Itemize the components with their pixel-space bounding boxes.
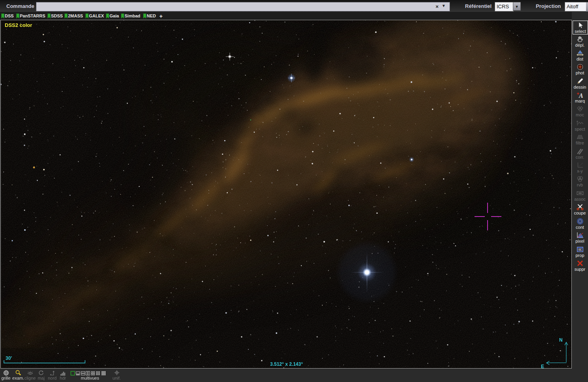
svg-text:E: E (541, 364, 544, 368)
svg-text:N: N (559, 337, 563, 343)
svg-text:3.512° x 2.143°: 3.512° x 2.143° (270, 361, 303, 367)
svg-text:30': 30' (6, 355, 12, 361)
svg-text:A: A (579, 92, 583, 99)
svg-text:DSS2 color: DSS2 color (5, 22, 32, 28)
